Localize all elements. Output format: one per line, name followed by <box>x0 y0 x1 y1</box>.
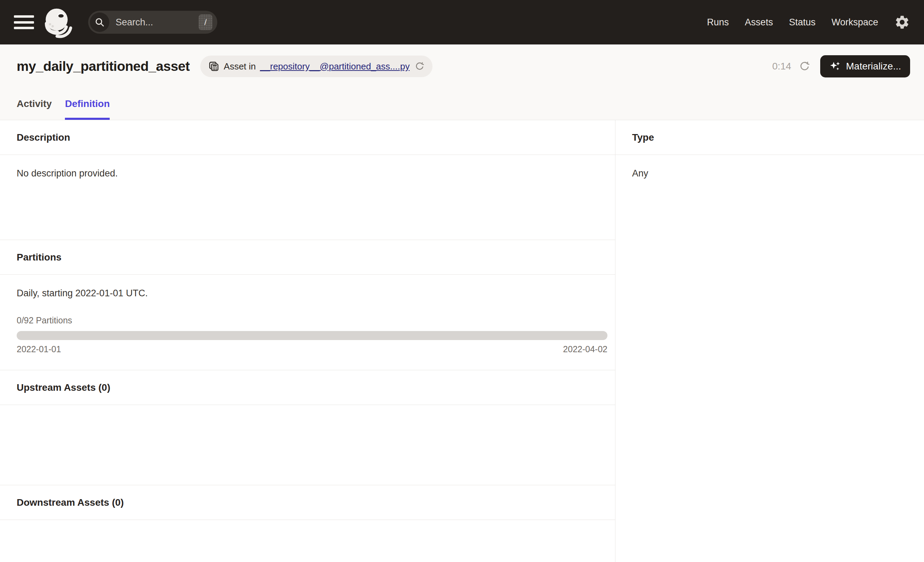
dagster-logo[interactable] <box>42 5 76 39</box>
downstream-assets-heading: Downstream Assets (0) <box>0 485 615 520</box>
type-heading: Type <box>615 120 924 155</box>
definition-right-column: Type Any <box>615 120 924 562</box>
upstream-assets-heading: Upstream Assets (0) <box>0 370 615 405</box>
repository-icon <box>208 60 220 72</box>
type-value: Any <box>632 168 916 179</box>
type-section: Any <box>615 155 924 562</box>
primary-nav: Runs Assets Status Workspace <box>707 17 878 28</box>
nav-link-workspace[interactable]: Workspace <box>831 17 878 28</box>
description-heading: Description <box>0 120 615 155</box>
partition-progress-bar <box>16 331 608 340</box>
hamburger-icon <box>14 15 34 18</box>
partition-range-start: 2022-01-01 <box>16 344 61 354</box>
refresh-countdown: 0:14 <box>772 61 791 72</box>
definition-left-column: Description No description provided. Par… <box>0 120 615 562</box>
tab-bar: Activity Definition <box>16 98 110 120</box>
refresh-button[interactable] <box>799 60 810 72</box>
reload-location-button[interactable] <box>414 61 425 72</box>
nav-link-assets[interactable]: Assets <box>745 17 773 28</box>
settings-button[interactable] <box>894 14 910 30</box>
materialize-button[interactable]: Materialize... <box>820 55 910 77</box>
gear-icon <box>894 14 910 30</box>
definition-content: Description No description provided. Par… <box>0 120 924 562</box>
partitions-heading: Partitions <box>0 240 615 275</box>
materialize-label: Materialize... <box>846 61 901 72</box>
search-input[interactable]: Search... / <box>88 11 217 34</box>
partitions-progress-label: 0/92 Partitions <box>16 316 608 326</box>
nav-link-runs[interactable]: Runs <box>707 17 729 28</box>
reload-icon <box>414 61 425 72</box>
tab-definition[interactable]: Definition <box>65 98 110 120</box>
search-placeholder: Search... <box>116 17 153 28</box>
app-root: Search... / Runs Assets Status Workspace… <box>0 0 924 562</box>
top-navbar: Search... / Runs Assets Status Workspace <box>0 0 924 45</box>
dagster-octopus-icon <box>42 6 75 39</box>
description-section: No description provided. <box>0 155 615 240</box>
search-icon <box>90 12 110 32</box>
search-shortcut-kbd: / <box>198 14 212 30</box>
refresh-icon <box>799 60 810 72</box>
partitions-section: Daily, starting 2022-01-01 UTC. 0/92 Par… <box>0 275 615 370</box>
asset-file-link[interactable]: __repository__@partitioned_ass....py <box>260 61 410 72</box>
partition-range: 2022-01-01 2022-04-02 <box>16 344 608 354</box>
nav-link-status[interactable]: Status <box>789 17 816 28</box>
sparkle-icon <box>829 60 841 72</box>
partition-range-end: 2022-04-02 <box>563 344 608 354</box>
asset-location-badge: Asset in __repository__@partitioned_ass.… <box>200 56 433 77</box>
menu-button[interactable] <box>14 15 34 30</box>
downstream-assets-section <box>0 520 615 562</box>
upstream-assets-section <box>0 405 615 485</box>
page-header: my_daily_partitioned_asset Asset in __re… <box>0 45 924 120</box>
page-title: my_daily_partitioned_asset <box>16 59 190 74</box>
tab-activity[interactable]: Activity <box>16 98 52 120</box>
description-empty-text: No description provided. <box>16 168 608 179</box>
asset-badge-prefix: Asset in <box>224 61 256 72</box>
partitions-summary: Daily, starting 2022-01-01 UTC. <box>16 288 608 299</box>
